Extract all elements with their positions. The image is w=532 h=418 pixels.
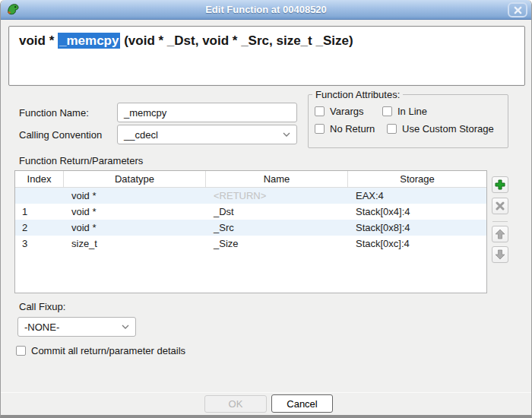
chevron-down-icon: [122, 325, 129, 329]
ok-button[interactable]: OK: [204, 395, 267, 413]
column-header-datatype: Datatype: [64, 171, 206, 188]
cell-name: _Src: [206, 220, 348, 236]
params-table-header: Index Datatype Name Storage: [15, 171, 486, 188]
close-icon[interactable]: [508, 2, 527, 17]
cell-index: 2: [15, 220, 64, 236]
footer-separator: [1, 392, 531, 393]
signature-selected-text: _memcpy: [58, 33, 120, 49]
column-header-index: Index: [15, 171, 64, 188]
use-custom-storage-checkbox-icon[interactable]: [387, 124, 397, 134]
table-row-param-3[interactable]: 3 size_t _Size Stack[0xc]:4: [15, 236, 486, 252]
checkbox-no-return[interactable]: No Return: [315, 123, 375, 135]
cancel-button[interactable]: Cancel: [271, 394, 333, 413]
function-name-value: _memcpy: [124, 107, 166, 119]
move-parameter-up-button[interactable]: [492, 226, 508, 242]
calling-convention-select[interactable]: __cdecl: [117, 125, 297, 144]
delete-parameter-button[interactable]: [492, 198, 508, 214]
params-table: Index Datatype Name Storage void * <RETU…: [14, 170, 487, 293]
cell-storage: EAX:4: [348, 188, 486, 204]
add-parameter-button[interactable]: [492, 176, 508, 193]
table-row-param-2[interactable]: 2 void * _Src Stack[0x8]:4: [15, 220, 486, 236]
function-signature-text: void * _memcpy (void * _Dst, void * _Src…: [19, 33, 353, 49]
arrow-up-icon: [495, 229, 505, 239]
call-fixup-select[interactable]: -NONE-: [17, 317, 136, 337]
signature-post: (void * _Dst, void * _Src, size_t _Size): [120, 33, 353, 48]
cell-datatype: void *: [64, 204, 206, 220]
cell-datatype: void *: [64, 188, 206, 204]
delete-x-icon: [496, 201, 505, 211]
cell-name: _Size: [206, 236, 348, 252]
cell-index: 3: [15, 236, 64, 252]
signature-pre: void *: [19, 33, 58, 48]
cell-datatype: size_t: [64, 236, 206, 252]
cell-name: <RETURN>: [206, 188, 348, 204]
column-header-name: Name: [206, 171, 348, 188]
params-section-label: Function Return/Parameters: [19, 155, 143, 166]
arrow-down-icon: [495, 249, 505, 260]
cell-index: 1: [15, 204, 64, 220]
checkbox-in-line[interactable]: In Line: [382, 106, 427, 117]
column-header-storage: Storage: [348, 171, 486, 188]
calling-convention-value: __cdecl: [124, 129, 158, 141]
varargs-checkbox-icon[interactable]: [315, 106, 325, 116]
in-line-checkbox-icon[interactable]: [382, 106, 392, 116]
checkbox-use-custom-storage[interactable]: Use Custom Storage: [387, 123, 494, 135]
cell-datatype: void *: [64, 220, 206, 236]
commit-details-checkbox[interactable]: Commit all return/parameter details: [16, 345, 185, 356]
varargs-label: Varargs: [330, 106, 364, 117]
cell-name: _Dst: [206, 204, 348, 220]
table-row-param-1[interactable]: 1 void * _Dst Stack[0x4]:4: [15, 204, 486, 220]
in-line-label: In Line: [397, 106, 427, 117]
commit-checkbox-label: Commit all return/parameter details: [31, 345, 185, 356]
title-bar[interactable]: Edit Function at 00408520: [1, 0, 531, 20]
dialog-title: Edit Function at 00408520: [1, 0, 531, 19]
edit-function-dialog: Edit Function at 00408520 void * _memcpy…: [0, 0, 532, 418]
call-fixup-label: Call Fixup:: [19, 301, 65, 312]
call-fixup-value: -NONE-: [24, 321, 59, 333]
cell-index: [15, 188, 64, 204]
cell-storage: Stack[0xc]:4: [348, 236, 486, 252]
checkbox-varargs[interactable]: Varargs: [315, 106, 364, 117]
chevron-down-icon: [283, 132, 290, 137]
no-return-label: No Return: [330, 123, 375, 135]
side-button-separator: [492, 221, 508, 222]
function-name-input[interactable]: _memcpy: [117, 103, 297, 122]
plus-icon: [495, 179, 505, 190]
function-attributes-legend: Function Attributes:: [312, 89, 403, 100]
function-attributes-group: Function Attributes: Varargs In Line No …: [308, 94, 508, 148]
table-row-return[interactable]: void * <RETURN> EAX:4: [15, 188, 486, 204]
function-name-label: Function Name:: [19, 107, 89, 119]
commit-checkbox-icon[interactable]: [16, 346, 26, 356]
calling-convention-label: Calling Convention: [19, 129, 102, 141]
move-parameter-down-button[interactable]: [492, 246, 508, 263]
use-custom-storage-label: Use Custom Storage: [402, 123, 494, 135]
no-return-checkbox-icon[interactable]: [315, 124, 325, 134]
cell-storage: Stack[0x8]:4: [348, 220, 486, 236]
cell-storage: Stack[0x4]:4: [348, 204, 486, 220]
function-signature-field[interactable]: void * _memcpy (void * _Dst, void * _Src…: [8, 26, 525, 86]
